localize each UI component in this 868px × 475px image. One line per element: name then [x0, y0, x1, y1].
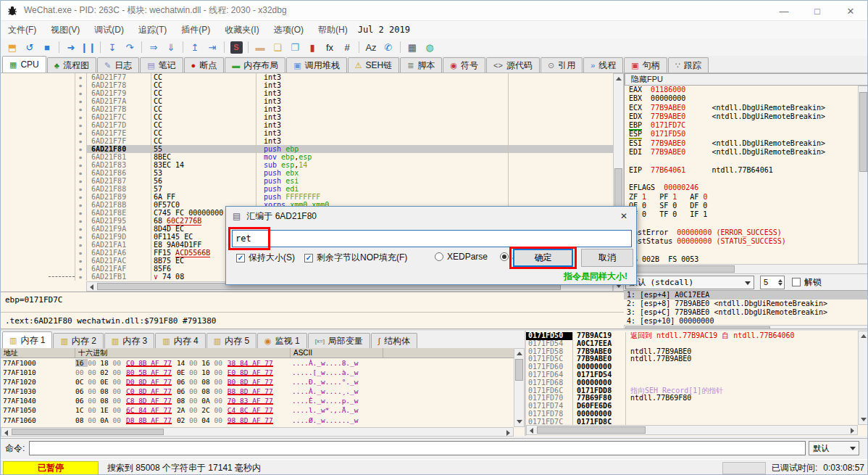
breakpoint-dot-icon[interactable]: ●: [75, 153, 86, 161]
dialog-close-icon[interactable]: ✕: [617, 210, 630, 222]
register-line[interactable]: EFLAGS 00000246: [629, 183, 858, 192]
tab-dump-3[interactable]: ▥内存 3: [104, 333, 154, 348]
hash-icon[interactable]: #: [339, 40, 355, 54]
close-button[interactable]: ✕: [834, 1, 867, 21]
disasm-row[interactable]: ●6AD21F7CCCint3: [1, 113, 613, 121]
help-globe-icon[interactable]: ◍: [422, 40, 438, 54]
tab-threads[interactable]: »线程: [583, 57, 623, 73]
stack-row[interactable]: 0171FD6C0171FDD8指向SEH_Record[1]的指针: [526, 387, 859, 395]
settings-icon[interactable]: S: [228, 40, 244, 54]
breakpoint-dot-icon[interactable]: ●: [75, 209, 86, 217]
tab-source[interactable]: <>源代码: [486, 57, 540, 73]
stack-row[interactable]: 0171FD5877B9ABE0ntdll.77B9ABE0: [526, 348, 859, 356]
stack-row[interactable]: 0171FD74D60FE6D6: [526, 402, 859, 410]
hide-fpu-button[interactable]: 隐藏FPU: [625, 73, 868, 86]
argument-row[interactable]: 2: [esp+8] 77B9ABE0 <ntdll.DbgUiRemoteBr…: [624, 300, 868, 308]
open-file-icon[interactable]: ⬒: [4, 40, 20, 54]
command-profile-select[interactable]: 默认: [809, 441, 859, 455]
breakpoint-dot-icon[interactable]: ●: [75, 73, 86, 81]
stack-row[interactable]: 0171FD5077B9AC19返回到 ntdll.77B9AC19 自 ntd…: [526, 332, 859, 340]
register-line[interactable]: LastError 00000000 (ERROR_SUCCESS): [629, 228, 858, 237]
notes-device-icon[interactable]: ✆: [380, 40, 396, 54]
register-line[interactable]: ZF 1 PF 1 AF 0: [629, 193, 858, 202]
tab-notes[interactable]: ▤笔记: [140, 57, 183, 73]
disasm-row[interactable]: ●6AD21F7BCCint3: [1, 105, 613, 113]
menu-item-6[interactable]: 选项(O): [267, 21, 311, 39]
argument-row[interactable]: 4: [esp+10] 00000000: [624, 317, 868, 325]
register-line[interactable]: EBP 0171FD7C: [629, 121, 858, 130]
ok-button[interactable]: 确定: [513, 249, 573, 267]
register-line[interactable]: [629, 219, 858, 228]
disasm-row[interactable]: ●6AD21F79CCint3: [1, 89, 613, 97]
tab-script[interactable]: ≣脚本: [400, 57, 442, 73]
tab-graph[interactable]: ♣流程图: [47, 57, 96, 73]
unlock-checkbox[interactable]: [792, 278, 801, 286]
breakpoint-dot-icon[interactable]: ●: [75, 201, 86, 209]
dump-vertical-scrollbar[interactable]: [514, 348, 525, 427]
tab-dump-1[interactable]: ▥内存 1: [2, 331, 52, 348]
tab-dump-4[interactable]: ▥内存 4: [155, 333, 205, 348]
stack-row[interactable]: 0171FD54A0C17EEA: [526, 340, 859, 348]
minimize-button[interactable]: —: [767, 1, 801, 21]
register-line[interactable]: EAX 01186000: [629, 86, 858, 94]
breakpoint-dot-icon[interactable]: ●: [75, 217, 86, 225]
step-over-icon[interactable]: ↷: [122, 40, 138, 54]
tab-seh[interactable]: ⚠SEH链: [348, 57, 400, 73]
menu-item-4[interactable]: 插件(P): [174, 21, 217, 39]
breakpoint-dot-icon[interactable]: ●: [75, 129, 86, 137]
memory-dump-panel[interactable]: 地址 十六进制 ASCII 77AF100016 00 18 00C0 8B A…: [1, 348, 525, 436]
stack-row[interactable]: 0171FD7C0171FD8C: [526, 418, 859, 425]
register-line[interactable]: LastStatus 00000000 (STATUS_SUCCESS): [629, 237, 858, 246]
breakpoint-dot-icon[interactable]: ●: [75, 97, 86, 105]
pause-icon[interactable]: ❙❙: [80, 40, 96, 54]
functions-icon[interactable]: fx: [322, 40, 338, 54]
keep-size-checkbox[interactable]: ✓ 保持大小(S): [236, 252, 295, 264]
labels-icon[interactable]: ❐: [287, 40, 303, 54]
dump-row[interactable]: 77AF103006 00 08 00C0 8D AF 7706 00 08 0…: [1, 387, 514, 396]
tab-references[interactable]: ⊙引用: [541, 57, 583, 73]
register-line[interactable]: ECX 77B9ABE0 <ntdll.DbgUiRemoteBreakin>: [629, 104, 858, 112]
breakpoint-dot-icon[interactable]: ●: [75, 145, 86, 153]
breakpoint-dot-icon[interactable]: ●: [75, 169, 86, 177]
register-line[interactable]: [629, 246, 858, 255]
register-line[interactable]: GS 002B FS 0053: [629, 255, 858, 264]
breakpoint-dot-icon[interactable]: ●: [75, 177, 86, 185]
strings-icon[interactable]: Aᴢ: [363, 40, 379, 54]
stack-row[interactable]: 0171FD6000000000: [526, 363, 859, 371]
breakpoint-dot-icon[interactable]: ●: [75, 105, 86, 113]
argument-count-stepper[interactable]: 5: [760, 276, 785, 289]
breakpoint-dot-icon[interactable]: ●: [75, 273, 86, 281]
tab-watch-1[interactable]: ◉监视 1: [257, 333, 307, 348]
disasm-row[interactable]: ●6AD21F8756push esi: [1, 177, 613, 185]
dump-horizontal-scrollbar[interactable]: [1, 427, 514, 437]
comments-icon[interactable]: ❏: [270, 40, 285, 54]
tab-symbols[interactable]: ◉符号: [443, 57, 485, 73]
breakpoint-dot-icon[interactable]: ●: [75, 265, 86, 273]
dialog-title-bar[interactable]: ▤ 汇编于 6AD21F80 ✕: [226, 207, 636, 226]
register-line[interactable]: ESI 77B9ABE0 <ntdll.DbgUiRemoteBreakin>: [629, 139, 858, 148]
execute-till-return-icon[interactable]: ↥: [187, 40, 203, 54]
breakpoint-dot-icon[interactable]: ●: [75, 225, 86, 233]
disasm-row[interactable]: ●6AD21F7FCCint3: [1, 137, 613, 145]
patches-icon[interactable]: ▬: [252, 40, 268, 54]
calling-convention-select[interactable]: 默认 (stdcall): [625, 276, 754, 289]
maximize-button[interactable]: □: [801, 1, 834, 21]
breakpoint-dot-icon[interactable]: ●: [75, 233, 86, 241]
disasm-row[interactable]: ●6AD21F8383EC 14sub esp,14: [1, 161, 613, 169]
command-input[interactable]: [29, 441, 806, 455]
tab-dump-5[interactable]: ▥内存 5: [206, 333, 256, 348]
register-line[interactable]: EDX 77B9ABE0 <ntdll.DbgUiRemoteBreakin>: [629, 112, 858, 121]
tab-trace[interactable]: ∵跟踪: [668, 57, 709, 73]
disasm-row[interactable]: ●6AD21F7ACCint3: [1, 97, 613, 105]
breakpoint-dot-icon[interactable]: ●: [75, 121, 86, 129]
disasm-row[interactable]: ●6AD21F8857push edi: [1, 185, 613, 193]
restart-icon[interactable]: ↺: [22, 40, 38, 54]
tab-struct[interactable]: ∫结构体: [371, 333, 417, 348]
dump-row[interactable]: 77AF101000 00 02 0080 5B AF 770E 00 10 0…: [1, 368, 514, 377]
tab-call-stack[interactable]: ▣调用堆栈: [286, 57, 346, 73]
menu-item-2[interactable]: 调试(D): [87, 21, 131, 39]
stack-row[interactable]: 0171FD7077B69F80ntdll.77B69F80: [526, 395, 859, 402]
trace-into-icon[interactable]: ⇒: [146, 40, 162, 54]
stack-horizontal-scrollbar[interactable]: [526, 425, 858, 435]
register-line[interactable]: EDI 77B9ABE0 <ntdll.DbgUiRemoteBreakin>: [629, 148, 858, 157]
